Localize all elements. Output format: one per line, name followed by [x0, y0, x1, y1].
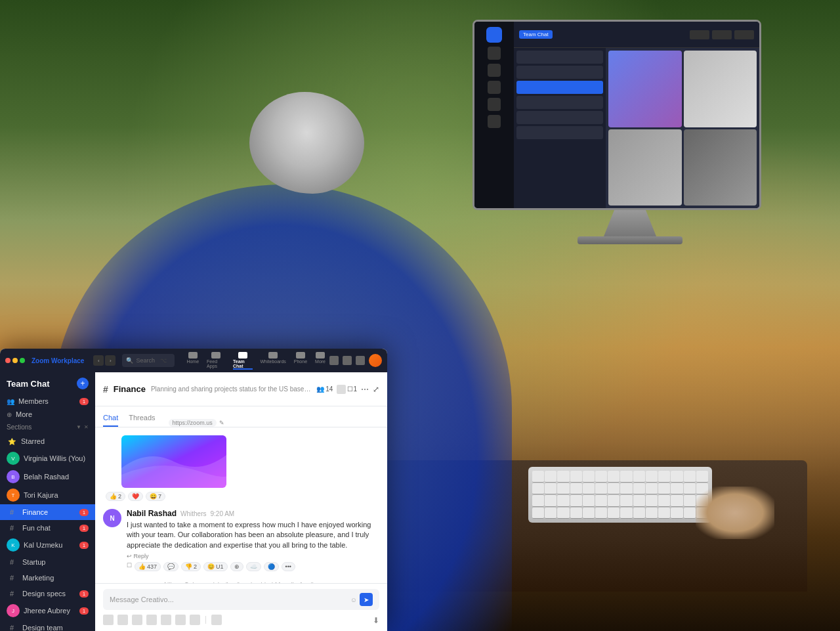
minimize-button[interactable]	[12, 358, 18, 363]
jheree-avatar: J	[7, 604, 20, 617]
channel-hash-icon5: #	[7, 588, 17, 599]
nabil-author: Nabil Rashad	[127, 509, 177, 518]
banner-reactions: 👍 2 ❤️ 😄 7	[106, 492, 379, 501]
nav-whiteboards[interactable]: Whiteboards	[261, 352, 286, 370]
toolbar-at[interactable]	[190, 615, 200, 625]
reaction-add[interactable]: ⊕	[230, 562, 243, 571]
sidebar: Team Chat + 👥 Members 1 ⊕ More Sections	[0, 372, 95, 631]
close-button[interactable]	[5, 358, 10, 363]
keyboard-key	[545, 483, 556, 495]
sidebar-item-startup[interactable]: # Startup	[0, 554, 95, 570]
sidebar-item-kal[interactable]: K Kal Uzmeku 1	[0, 536, 95, 554]
toolbar-image[interactable]	[146, 615, 157, 625]
keyboard-key	[557, 495, 569, 507]
keyboard-key	[557, 508, 569, 519]
keyboard-key	[646, 483, 658, 495]
sidebar-item-designteam[interactable]: # Design team	[0, 620, 95, 631]
chat-expand[interactable]: ⤢	[373, 385, 379, 394]
sidebar-item-starred[interactable]: ⭐ Starred	[0, 433, 95, 449]
reaction-cloud[interactable]: ☁️	[246, 562, 261, 571]
reaction-blue[interactable]: 🔵	[264, 562, 279, 571]
keyboard-key	[557, 471, 569, 483]
nabil-actions: ↩ Reply	[127, 553, 379, 559]
settings-icon[interactable]	[343, 356, 352, 365]
keyboard-key	[608, 495, 620, 507]
sections-label[interactable]: Sections ▼ ✕	[0, 421, 95, 433]
reaction-u1[interactable]: 😊 U1	[203, 562, 228, 571]
user-avatar[interactable]	[369, 354, 382, 367]
channel-name: Finance	[114, 384, 146, 394]
bell-icon[interactable]	[329, 356, 339, 365]
keyboard-key	[595, 483, 607, 495]
kal-avatar: K	[7, 538, 20, 552]
keyboard-key	[658, 495, 670, 507]
toolbar-bold[interactable]	[103, 615, 114, 625]
keyboard-key	[620, 495, 632, 507]
chat-more-options[interactable]: ⋯	[361, 385, 369, 394]
keyboard-key	[608, 508, 620, 519]
input-emoji[interactable]: ☺	[350, 596, 357, 603]
nabil-message-content: Nabil Rashad Whithers 9:20 AM I just wan…	[127, 509, 379, 571]
sidebar-item-designspecs[interactable]: # Design specs 1	[0, 586, 95, 601]
nav-home[interactable]: Home	[186, 352, 199, 370]
scroll-to-bottom[interactable]: ⬇	[373, 614, 379, 626]
reaction-thumbdown[interactable]: 👎 2	[181, 562, 201, 571]
sidebar-item-more[interactable]: ⊕ More	[0, 408, 95, 421]
edit-icon[interactable]	[356, 356, 365, 365]
maximize-button[interactable]	[20, 358, 25, 363]
sidebar-item-funchat[interactable]: # Fun chat 1	[0, 520, 95, 536]
keyboard-key	[608, 483, 620, 495]
sidebar-item-finance[interactable]: # Finance 1	[0, 504, 95, 520]
toolbar-link[interactable]	[132, 615, 142, 625]
sidebar-item-members[interactable]: 👥 Members 1	[0, 395, 95, 408]
forward-button[interactable]: ›	[105, 355, 116, 366]
tab-chat[interactable]: Chat	[103, 414, 118, 427]
keyboard-key	[583, 483, 595, 495]
hand	[696, 487, 774, 539]
nabil-label: Whithers	[180, 510, 206, 517]
chat-header-threads[interactable]: ☐1	[337, 385, 357, 394]
virginia-avatar: V	[7, 452, 20, 465]
toolbar-emoji[interactable]	[175, 615, 186, 625]
channel-hash-icon2: #	[7, 523, 17, 533]
nav-more[interactable]: More	[315, 352, 326, 370]
search-box[interactable]: 🔍 Search ⌥	[122, 354, 175, 367]
keyboard-key	[570, 495, 582, 507]
members-count[interactable]: 👥 14	[316, 385, 333, 393]
send-button[interactable]: ➤	[360, 593, 373, 606]
keyboard-key	[671, 471, 682, 483]
keyboard-key	[583, 508, 595, 519]
add-channel-button[interactable]: +	[77, 378, 89, 389]
tab-threads[interactable]: Threads	[129, 414, 155, 427]
message-input-box[interactable]: Message Creativo... ☺ ➤	[103, 589, 379, 610]
reaction-comment[interactable]: 💬	[163, 562, 178, 571]
keyboard-key	[633, 495, 645, 507]
url-bar: https://zoom.us ✎	[169, 419, 224, 427]
keyboard-key	[646, 508, 658, 519]
keyboard-key	[684, 471, 696, 483]
toolbar-italic[interactable]	[117, 615, 128, 625]
reaction-more[interactable]: •••	[282, 562, 295, 571]
reaction-thumbup[interactable]: 👍 2	[106, 492, 125, 501]
keyboard-key	[595, 508, 607, 519]
toolbar-more[interactable]	[211, 615, 222, 625]
reaction-heart[interactable]: ❤️	[128, 492, 143, 501]
back-button[interactable]: ‹	[93, 355, 104, 366]
sidebar-item-marketing[interactable]: # Marketing	[0, 570, 95, 586]
sidebar-item-tori[interactable]: T Tori Kajura	[0, 486, 95, 504]
top-nav: Home Feed Apps Team Chat Whiteboards Pho…	[186, 352, 326, 370]
channel-description: Planning and sharing projects status for…	[151, 385, 311, 393]
nav-feed[interactable]: Feed Apps	[207, 352, 225, 370]
banner-image	[121, 435, 226, 488]
keyboard-key	[633, 471, 645, 483]
sidebar-item-belah[interactable]: B Belah Rashad	[0, 468, 95, 486]
toolbar-file[interactable]	[161, 615, 171, 625]
reply-button[interactable]: ↩ Reply	[127, 553, 149, 559]
reaction-count-437[interactable]: 👍 437	[135, 562, 161, 571]
sidebar-item-jheree[interactable]: J Jheree Aubrey 1	[0, 601, 95, 620]
nav-phone[interactable]: Phone	[294, 352, 307, 370]
reaction-smile[interactable]: 😄 7	[146, 492, 165, 501]
keyboard-key	[684, 483, 696, 495]
sidebar-item-virginia[interactable]: V Virginia Willis (You)	[0, 449, 95, 468]
nav-teamchat[interactable]: Team Chat	[233, 352, 252, 370]
